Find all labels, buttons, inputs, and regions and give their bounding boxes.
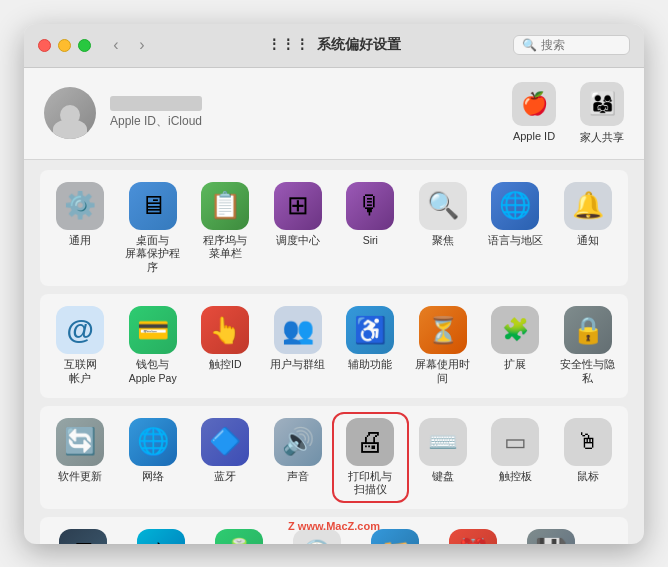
grid-item-printer[interactable]: 🖨打印机与 扫描仪	[334, 414, 407, 501]
profile-action-family[interactable]: 👨‍👩‍👧 家人共享	[580, 82, 624, 145]
profile-actions: 🍎 Apple ID 👨‍👩‍👧 家人共享	[512, 82, 624, 145]
back-button[interactable]: ‹	[105, 34, 127, 56]
users-icon: 👥	[274, 306, 322, 354]
network-icon: 🌐	[129, 418, 177, 466]
spotlight-label: 聚焦	[432, 234, 454, 248]
apple-id-icon: 🍎	[512, 82, 556, 126]
grid-item-timemachine[interactable]: ⏰时间机器	[434, 525, 512, 544]
general-label: 通用	[69, 234, 91, 248]
grid-icon: ⋮⋮⋮	[267, 36, 309, 52]
profile-info: ██████████ Apple ID、iCloud	[110, 96, 202, 130]
grid-item-desktop[interactable]: 🖥桌面与 屏幕保护程序	[117, 178, 190, 279]
mouse-icon: 🖱	[564, 418, 612, 466]
traffic-lights	[38, 39, 91, 52]
grid-item-datetime[interactable]: 🕐日期与时间	[278, 525, 356, 544]
dock-label: 程序坞与 菜单栏	[203, 234, 247, 261]
language-icon: 🌐	[491, 182, 539, 230]
airdrop-icon: ✈	[137, 529, 185, 544]
extensions-icon: 🧩	[491, 306, 539, 354]
grid-item-extensions[interactable]: 🧩扩展	[479, 302, 552, 389]
spotlight-icon: 🔍	[419, 182, 467, 230]
forward-button[interactable]: ›	[131, 34, 153, 56]
grid-row-1: @互联网 帐户💳钱包与 Apple Pay👆触控ID👥用户与群组♿辅助功能⏳屏幕…	[40, 294, 628, 397]
battery-icon: 🔋	[215, 529, 263, 544]
grid-item-startup[interactable]: 💾启动磁盘	[512, 525, 590, 544]
page-title: ⋮⋮⋮ 系统偏好设置	[267, 36, 401, 54]
titlebar: ‹ › ⋮⋮⋮ 系统偏好设置 🔍	[24, 24, 644, 68]
screentime-label: 屏幕使用时间	[411, 358, 476, 385]
grid-row-3: 🖥显示器✈随航🔋电池🕐日期与时间📁共享⏰时间机器💾启动磁盘	[40, 517, 628, 544]
accessibility-label: 辅助功能	[348, 358, 392, 372]
touch-icon: 👆	[201, 306, 249, 354]
avatar	[44, 87, 96, 139]
grid-item-battery[interactable]: 🔋电池	[200, 525, 278, 544]
general-icon: ⚙️	[56, 182, 104, 230]
search-icon: 🔍	[522, 38, 537, 52]
sound-label: 声音	[287, 470, 309, 484]
grid-item-display[interactable]: 🖥显示器	[44, 525, 122, 544]
profile-name: ██████████	[110, 96, 202, 111]
grid-item-dock[interactable]: 📋程序坞与 菜单栏	[189, 178, 262, 279]
grid-item-sound[interactable]: 🔊声音	[262, 414, 335, 501]
grid-item-airdrop[interactable]: ✈随航	[122, 525, 200, 544]
grid-item-internet[interactable]: @互联网 帐户	[44, 302, 117, 389]
wallet-label: 钱包与 Apple Pay	[129, 358, 177, 385]
desktop-label: 桌面与 屏幕保护程序	[121, 234, 186, 275]
grid-item-network[interactable]: 🌐网络	[117, 414, 190, 501]
grid-item-siri[interactable]: 🎙Siri	[334, 178, 407, 279]
trackpad-icon: ▭	[491, 418, 539, 466]
dock-icon: 📋	[201, 182, 249, 230]
grid-item-mouse[interactable]: 🖱鼠标	[552, 414, 625, 501]
grid-item-spotlight[interactable]: 🔍聚焦	[407, 178, 480, 279]
grid-item-software[interactable]: 🔄软件更新	[44, 414, 117, 501]
desktop-icon: 🖥	[129, 182, 177, 230]
nav-buttons: ‹ ›	[105, 34, 153, 56]
grid-item-screentime[interactable]: ⏳屏幕使用时间	[407, 302, 480, 389]
search-input[interactable]	[541, 38, 621, 52]
bluetooth-label: 蓝牙	[214, 470, 236, 484]
extensions-label: 扩展	[504, 358, 526, 372]
printer-label: 打印机与 扫描仪	[348, 470, 392, 497]
grid-area: ⚙️通用🖥桌面与 屏幕保护程序📋程序坞与 菜单栏⊞调度中心🎙Siri🔍聚焦🌐语言…	[24, 160, 644, 544]
grid-item-security[interactable]: 🔒安全性与隐私	[552, 302, 625, 389]
grid-item-sharing[interactable]: 📁共享	[356, 525, 434, 544]
grid-item-general[interactable]: ⚙️通用	[44, 178, 117, 279]
grid-item-bluetooth[interactable]: 🔷蓝牙	[189, 414, 262, 501]
close-button[interactable]	[38, 39, 51, 52]
profile-section: ██████████ Apple ID、iCloud 🍎 Apple ID 👨‍…	[24, 68, 644, 160]
apple-id-label: Apple ID	[513, 130, 555, 142]
notifications-label: 通知	[577, 234, 599, 248]
keyboard-label: 键盘	[432, 470, 454, 484]
search-box[interactable]: 🔍	[513, 35, 630, 55]
profile-action-apple-id[interactable]: 🍎 Apple ID	[512, 82, 556, 145]
grid-item-notifications[interactable]: 🔔通知	[552, 178, 625, 279]
timemachine-icon: ⏰	[449, 529, 497, 544]
minimize-button[interactable]	[58, 39, 71, 52]
grid-item-accessibility[interactable]: ♿辅助功能	[334, 302, 407, 389]
system-preferences-window: ‹ › ⋮⋮⋮ 系统偏好设置 🔍 ██████████ Apple ID、iCl…	[24, 24, 644, 544]
internet-icon: @	[56, 306, 104, 354]
family-label: 家人共享	[580, 130, 624, 145]
software-label: 软件更新	[58, 470, 102, 484]
sharing-icon: 📁	[371, 529, 419, 544]
grid-item-language[interactable]: 🌐语言与地区	[479, 178, 552, 279]
bluetooth-icon: 🔷	[201, 418, 249, 466]
mouse-label: 鼠标	[577, 470, 599, 484]
grid-item-trackpad[interactable]: ▭触控板	[479, 414, 552, 501]
display-icon: 🖥	[59, 529, 107, 544]
grid-item-mission[interactable]: ⊞调度中心	[262, 178, 335, 279]
maximize-button[interactable]	[78, 39, 91, 52]
siri-icon: 🎙	[346, 182, 394, 230]
grid-item-users[interactable]: 👥用户与群组	[262, 302, 335, 389]
accessibility-icon: ♿	[346, 306, 394, 354]
touch-label: 触控ID	[209, 358, 242, 372]
sound-icon: 🔊	[274, 418, 322, 466]
internet-label: 互联网 帐户	[64, 358, 97, 385]
wallet-icon: 💳	[129, 306, 177, 354]
grid-item-touch[interactable]: 👆触控ID	[189, 302, 262, 389]
screentime-icon: ⏳	[419, 306, 467, 354]
startup-icon: 💾	[527, 529, 575, 544]
grid-row-0: ⚙️通用🖥桌面与 屏幕保护程序📋程序坞与 菜单栏⊞调度中心🎙Siri🔍聚焦🌐语言…	[40, 170, 628, 287]
grid-item-wallet[interactable]: 💳钱包与 Apple Pay	[117, 302, 190, 389]
grid-item-keyboard[interactable]: ⌨️键盘	[407, 414, 480, 501]
